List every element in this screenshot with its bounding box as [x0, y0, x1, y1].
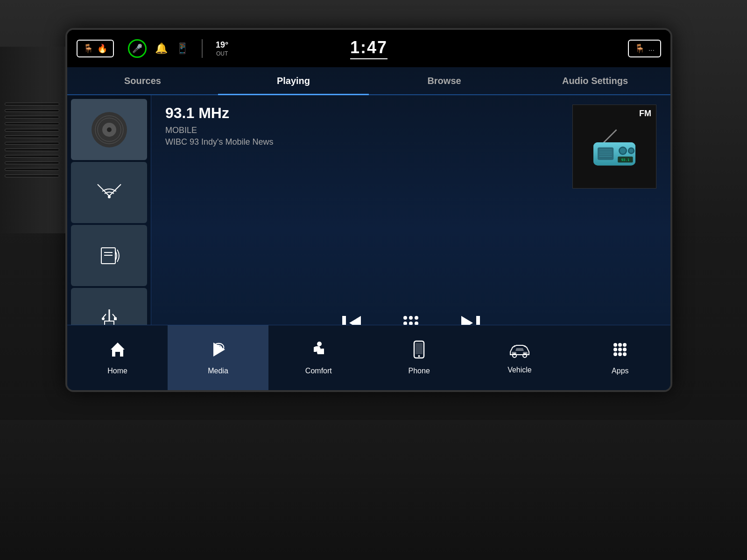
svg-point-53 — [613, 343, 617, 347]
radio-image: 93.1 — [589, 126, 640, 168]
tab-browse[interactable]: Browse — [369, 67, 520, 94]
divider — [202, 39, 203, 58]
nav-comfort[interactable]: Comfort — [268, 325, 369, 390]
svg-point-25 — [629, 149, 634, 153]
svg-point-57 — [618, 348, 622, 351]
svg-point-60 — [618, 352, 622, 356]
temperature-value: 19° — [216, 40, 228, 50]
station-name: WIBC 93 Indy's Mobile News — [165, 137, 558, 147]
source-btn-radio[interactable] — [71, 162, 147, 223]
svg-point-59 — [613, 352, 617, 356]
nav-comfort-label: Comfort — [305, 367, 332, 375]
now-playing-info: 93.1 MHz MOBILE WIBC 93 Indy's Mobile Ne… — [165, 105, 656, 189]
svg-point-54 — [618, 343, 622, 347]
dashboard-bottom — [0, 420, 747, 560]
comfort-icon — [309, 340, 328, 363]
seat-heat-icon: 🪑 — [83, 43, 93, 54]
source-btn-album[interactable] — [71, 99, 147, 160]
svg-text:93.1: 93.1 — [621, 158, 629, 162]
nav-apps[interactable]: Apps — [570, 325, 670, 390]
media-icon — [209, 340, 227, 363]
source-btn-music[interactable] — [71, 225, 147, 286]
station-info: 93.1 MHz MOBILE WIBC 93 Indy's Mobile Ne… — [165, 105, 558, 147]
nav-vehicle[interactable]: Vehicle — [469, 325, 570, 390]
nav-phone[interactable]: Phone — [369, 325, 469, 390]
left-vent — [0, 47, 65, 233]
svg-point-55 — [623, 343, 627, 347]
svg-rect-45 — [314, 350, 317, 352]
nav-phone-label: Phone — [409, 367, 430, 375]
content-area: 93.1 MHz MOBILE WIBC 93 Indy's Mobile Ne… — [67, 95, 670, 353]
svg-point-56 — [613, 348, 617, 351]
station-logo: FM — [572, 105, 656, 189]
svg-point-5 — [108, 196, 111, 198]
nav-apps-label: Apps — [612, 367, 628, 375]
passenger-seat-icon: 🪑 — [634, 43, 645, 54]
phone-icon: 📱 — [176, 42, 189, 55]
tab-audio-settings[interactable]: Audio Settings — [520, 67, 670, 94]
clock-display: 1:47 — [350, 38, 388, 59]
clock-time: 1:47 — [350, 38, 388, 57]
svg-point-11 — [102, 317, 105, 320]
svg-line-12 — [113, 314, 115, 317]
nav-tabs: Sources Playing Browse Audio Settings — [67, 67, 670, 95]
svg-line-14 — [602, 130, 617, 145]
svg-rect-47 — [416, 343, 423, 354]
tab-sources[interactable]: Sources — [67, 67, 218, 94]
vehicle-icon — [508, 342, 531, 362]
bottom-navigation: Home Media Com — [67, 325, 670, 390]
nav-home-label: Home — [107, 367, 127, 375]
phone-nav-icon — [411, 340, 427, 363]
svg-line-10 — [103, 314, 106, 317]
nav-media-label: Media — [208, 367, 228, 375]
svg-point-48 — [418, 355, 420, 357]
heat-icon: 🔥 — [97, 43, 107, 54]
apps-icon — [611, 340, 629, 363]
svg-point-44 — [317, 342, 322, 346]
status-bar: 🪑 🔥 🎤 🔔 📱 19° OUT 1:47 🪑 ... — [67, 30, 670, 67]
nav-vehicle-label: Vehicle — [507, 366, 532, 374]
station-type: MOBILE — [165, 126, 558, 135]
tab-playing[interactable]: Playing — [218, 67, 369, 94]
clock-underline — [350, 58, 388, 59]
home-icon — [108, 340, 127, 363]
svg-point-2 — [107, 127, 112, 132]
svg-point-61 — [623, 352, 627, 356]
source-sidebar — [67, 95, 151, 353]
right-status-label: ... — [648, 44, 655, 53]
nav-media[interactable]: Media — [168, 325, 268, 390]
temperature-display: 19° OUT — [216, 40, 228, 57]
temperature-label: OUT — [216, 50, 228, 57]
playing-area: 93.1 MHz MOBILE WIBC 93 Indy's Mobile Ne… — [151, 95, 670, 353]
svg-point-23 — [620, 148, 626, 154]
svg-point-31 — [409, 316, 413, 320]
station-frequency: 93.1 MHz — [165, 105, 558, 122]
svg-point-58 — [623, 348, 627, 351]
svg-rect-13 — [114, 317, 117, 320]
microphone-icon: 🎤 — [128, 39, 147, 58]
bell-icon: 🔔 — [155, 42, 168, 55]
right-status-box: 🪑 ... — [628, 40, 661, 57]
fm-badge: FM — [639, 109, 651, 119]
nav-home[interactable]: Home — [67, 325, 168, 390]
svg-marker-43 — [111, 343, 125, 357]
svg-rect-17 — [598, 147, 613, 160]
svg-point-32 — [415, 316, 418, 320]
left-status-box: 🪑 🔥 — [77, 40, 114, 57]
infotainment-screen: 🪑 🔥 🎤 🔔 📱 19° OUT 1:47 🪑 ... — [65, 28, 672, 392]
svg-point-30 — [403, 316, 407, 320]
